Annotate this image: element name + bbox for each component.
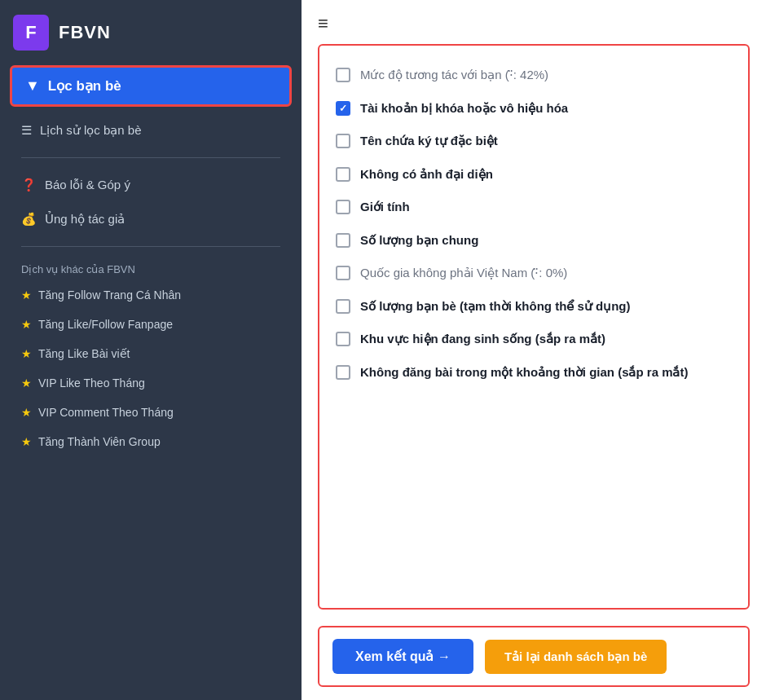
hamburger-menu[interactable]: ≡ xyxy=(318,13,342,34)
checkbox-no_post[interactable] xyxy=(336,365,350,380)
sidebar-nav: ▼ Lọc bạn bè ☰ Lịch sử lọc bạn bè ❓ Báo … xyxy=(0,65,302,455)
filter-label-interaction: Mức độ tương tác với bạn (·̈: 42%) xyxy=(360,66,548,85)
filter-label-no_post: Không đăng bài trong một khoảng thời gia… xyxy=(360,363,688,382)
filter-item-no_avatar: Không có ảnh đại diện xyxy=(336,158,732,192)
checkbox-country[interactable] xyxy=(336,266,350,280)
filter-friends-button[interactable]: ▼ Lọc bạn bè xyxy=(10,65,292,107)
star-icon-2: ★ xyxy=(21,347,32,360)
list-icon: ☰ xyxy=(21,123,32,138)
filter-label-no_avatar: Không có ảnh đại diện xyxy=(360,165,493,184)
filter-icon: ▼ xyxy=(25,77,40,95)
services-section-title: Dịch vụ khác của FBVN xyxy=(10,258,292,279)
sidebar: F FBVN ▼ Lọc bạn bè ☰ Lịch sử lọc bạn bè… xyxy=(0,0,302,700)
divider-2 xyxy=(21,246,280,247)
star-icon-4: ★ xyxy=(21,406,32,419)
filter-item-special_chars: Tên chứa ký tự đặc biệt xyxy=(336,125,732,158)
star-icon-1: ★ xyxy=(21,318,32,331)
checkbox-mutual_friends[interactable] xyxy=(336,233,350,248)
filter-label-location: Khu vực hiện đang sinh sống (sắp ra mắt) xyxy=(360,330,605,349)
service-item-3[interactable]: ★ VIP Like Theo Tháng xyxy=(10,370,292,396)
filter-label-special_chars: Tên chứa ký tự đặc biệt xyxy=(360,132,498,151)
filter-label-locked: Tài khoản bị khóa hoặc vô hiệu hóa xyxy=(360,99,568,118)
filter-item-locked: Tài khoản bị khóa hoặc vô hiệu hóa xyxy=(336,92,732,125)
filter-label-gender: Giới tính xyxy=(360,198,410,217)
question-icon: ❓ xyxy=(21,178,37,192)
filter-item-no_post: Không đăng bài trong một khoảng thời gia… xyxy=(336,356,732,390)
star-icon-0: ★ xyxy=(21,288,32,302)
checkbox-locked[interactable] xyxy=(336,101,350,116)
reload-list-button[interactable]: Tải lại danh sách bạn bè xyxy=(485,640,667,674)
filter-label-mutual_friends: Số lượng bạn chung xyxy=(360,231,478,250)
filter-actions: Xem kết quả → Tải lại danh sách bạn bè xyxy=(318,626,750,687)
sidebar-item-history[interactable]: ☰ Lịch sử lọc bạn bè xyxy=(10,115,292,146)
main-content: ≡ Mức độ tương tác với bạn (·̈: 42%)Tài … xyxy=(302,0,766,700)
checkbox-friend_count[interactable] xyxy=(336,299,350,314)
star-icon-5: ★ xyxy=(21,435,32,448)
filter-panel: Mức độ tương tác với bạn (·̈: 42%)Tài kh… xyxy=(318,44,750,610)
sidebar-item-support[interactable]: 💰 Ủng hộ tác giả xyxy=(10,204,292,235)
divider-1 xyxy=(21,157,280,158)
filter-item-country: Quốc gia không phải Việt Nam (·̈: 0%) xyxy=(336,257,732,290)
service-item-0[interactable]: ★ Tăng Follow Trang Cá Nhân xyxy=(10,282,292,308)
checkbox-location[interactable] xyxy=(336,332,350,346)
filter-label-country: Quốc gia không phải Việt Nam (·̈: 0%) xyxy=(360,264,567,283)
view-result-button[interactable]: Xem kết quả → xyxy=(332,639,473,674)
filter-item-friend_count: Số lượng bạn bè (tạm thời không thể sử d… xyxy=(336,290,732,324)
service-item-1[interactable]: ★ Tăng Like/Follow Fanpage xyxy=(10,311,292,337)
filter-item-interaction: Mức độ tương tác với bạn (·̈: 42%) xyxy=(336,59,732,92)
filter-label-friend_count: Số lượng bạn bè (tạm thời không thể sử d… xyxy=(360,297,630,316)
checkbox-interaction[interactable] xyxy=(336,68,350,82)
filter-item-mutual_friends: Số lượng bạn chung xyxy=(336,224,732,258)
app-name: FBVN xyxy=(59,22,111,43)
sidebar-item-report[interactable]: ❓ Báo lỗi & Góp ý xyxy=(10,169,292,200)
checkbox-gender[interactable] xyxy=(336,200,350,214)
app-logo: F xyxy=(13,15,49,51)
checkbox-special_chars[interactable] xyxy=(336,134,350,148)
service-item-2[interactable]: ★ Tăng Like Bài viết xyxy=(10,341,292,367)
support-icon: 💰 xyxy=(21,212,37,227)
sidebar-header: F FBVN xyxy=(0,0,302,65)
service-item-5[interactable]: ★ Tăng Thành Viên Group xyxy=(10,429,292,455)
service-item-4[interactable]: ★ VIP Comment Theo Tháng xyxy=(10,399,292,425)
filter-item-location: Khu vực hiện đang sinh sống (sắp ra mắt) xyxy=(336,323,732,356)
filter-item-gender: Giới tính xyxy=(336,191,732,224)
checkbox-no_avatar[interactable] xyxy=(336,167,350,182)
star-icon-3: ★ xyxy=(21,376,32,390)
